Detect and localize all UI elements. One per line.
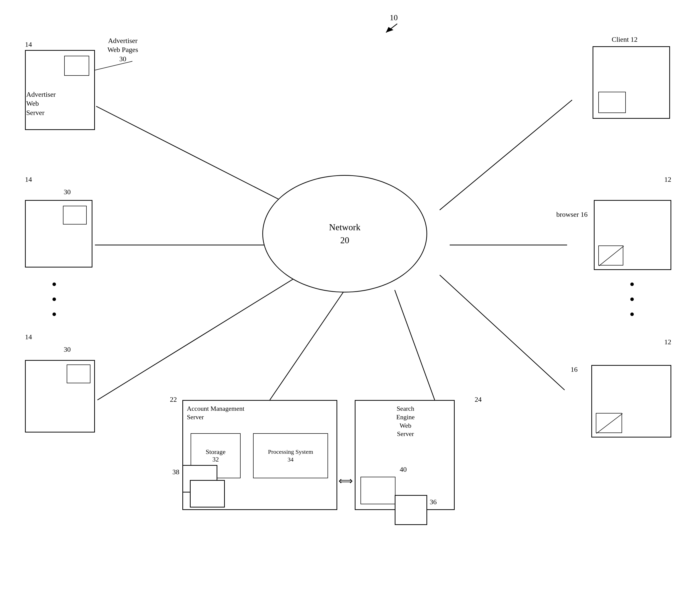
svg-line-8	[270, 290, 345, 400]
diagram-container: 10 Advertiser Web Server 14 Advertiser W…	[0, 0, 700, 592]
client-box-bot	[591, 365, 671, 438]
dot-left-2	[52, 297, 56, 301]
search-engine-title: SearchEngineWebServer	[361, 404, 450, 438]
client-box-mid	[594, 200, 671, 270]
svg-line-12	[596, 413, 623, 434]
svg-line-11	[599, 246, 624, 266]
ref-12-mid: 12	[664, 175, 671, 184]
device-box-38-front	[190, 480, 225, 507]
ref-30-mid: 30	[64, 188, 71, 197]
client-screen-bot	[596, 413, 622, 433]
browser-label-mid: browser 16	[556, 210, 588, 219]
advertiser-screen-mid	[63, 206, 87, 225]
ref-36-box	[395, 495, 427, 525]
client-screen-top	[598, 92, 626, 113]
client-screen-mid	[598, 246, 623, 265]
dot-right-2	[630, 297, 634, 301]
client-label-top: Client 12	[612, 35, 638, 44]
svg-line-0	[386, 24, 397, 33]
search-engine-box: SearchEngineWebServer	[355, 400, 455, 510]
svg-line-5	[440, 100, 572, 210]
ref-30-bot: 30	[64, 345, 71, 354]
advertiser-box-bot	[25, 360, 95, 433]
svg-line-9	[395, 290, 435, 400]
advertiser-box-mid	[25, 200, 93, 267]
dot-left-1	[52, 283, 56, 286]
ref-10-label: 10	[390, 12, 398, 23]
dot-right-3	[630, 312, 634, 316]
ref-14-mid: 14	[25, 175, 32, 184]
ref-36: 36	[430, 497, 437, 506]
ref-14-top: 14	[25, 40, 32, 49]
search-engine-screen	[361, 477, 395, 504]
dot-right-1	[630, 283, 634, 286]
svg-marker-1	[386, 27, 393, 33]
ref-14-bot: 14	[25, 333, 32, 342]
dot-left-3	[52, 312, 56, 316]
ref-12-bot: 12	[664, 338, 671, 346]
svg-line-2	[96, 106, 300, 210]
ref-16-bot: 16	[571, 365, 578, 374]
svg-line-4	[97, 275, 300, 400]
network-label: Network	[329, 221, 361, 233]
double-arrow: ⟺	[338, 475, 353, 487]
advertiser-web-pages-label: Advertiser Web Pages 30	[107, 36, 138, 63]
advertiser-web-server-label-top: Advertiser Web Server	[26, 90, 56, 117]
svg-line-7	[440, 275, 564, 390]
network-ref: 20	[340, 235, 349, 246]
client-box-top	[593, 46, 670, 119]
network-ellipse: Network 20	[262, 175, 427, 293]
ref-40: 40	[400, 465, 407, 474]
advertiser-web-server-screen-top	[64, 56, 89, 76]
account-management-title: Account ManagementServer	[187, 404, 244, 422]
processing-system-box: Processing System 34	[253, 433, 328, 478]
ref-24: 24	[475, 395, 482, 404]
ref-22: 22	[170, 395, 177, 404]
advertiser-screen-bot	[67, 364, 91, 383]
ref-38: 38	[172, 467, 179, 477]
